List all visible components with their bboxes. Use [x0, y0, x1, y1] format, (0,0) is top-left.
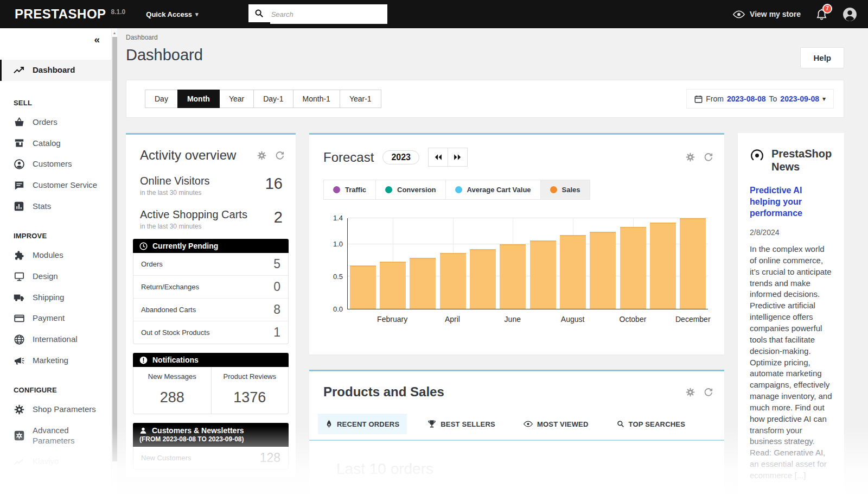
range-day-button[interactable]: Day	[145, 90, 178, 108]
panel-title: Forecast	[323, 150, 374, 165]
legend-label: Sales	[562, 186, 580, 194]
chat-bubble-icon	[14, 181, 24, 190]
news-article-link[interactable]: Predictive AI helping your performance	[750, 185, 833, 219]
legend-label: Conversion	[397, 186, 436, 194]
sidebar-item-dashboard[interactable]: Dashboard	[0, 60, 117, 81]
sidebar-item-customer-service[interactable]: Customer Service	[0, 175, 117, 196]
sidebar-item-advanced-parameters[interactable]: Advanced Parameters	[0, 420, 117, 452]
sidebar-item-modules[interactable]: Modules	[0, 245, 117, 266]
row-value: 5	[273, 257, 280, 271]
dashboard-panels: Activity overview Online Visitors in the…	[126, 133, 844, 494]
calendar-icon	[694, 95, 703, 103]
range-month-1-button[interactable]: Month-1	[293, 90, 340, 108]
main-content: Dashboard Dashboard Help Day Month Year …	[117, 28, 868, 494]
date-range-picker[interactable]: From 2023-08-08 To 2023-09-08 ▾	[686, 89, 834, 109]
search-button[interactable]	[248, 4, 270, 24]
pen-nib-icon	[326, 420, 333, 428]
legend-traffic-button[interactable]: Traffic	[324, 180, 376, 199]
sidebar-item-shipping[interactable]: Shipping	[0, 287, 117, 308]
sidebar-item-design[interactable]: Design	[0, 266, 117, 287]
products-and-sales-panel: Products and Sales	[309, 370, 724, 494]
y-tick-label: 1.4	[323, 214, 343, 222]
forecast-bar-chart: 0.00.51.01.4 FebruaryAprilJuneAugustOcto…	[323, 216, 710, 324]
sidebar-item-shop-parameters[interactable]: Shop Parameters	[0, 399, 117, 420]
new-messages-cell[interactable]: New Messages 288	[133, 367, 211, 414]
list-item[interactable]: Out of Stock Products 1	[133, 321, 288, 344]
metric-sub: in the last 30 minutes	[140, 223, 247, 230]
legend-average-cart-value-button[interactable]: Average Cart Value	[446, 180, 541, 199]
legend-conversion-button[interactable]: Conversion	[376, 180, 446, 199]
sidebar-item-stats[interactable]: Stats	[0, 196, 117, 217]
sidebar: « Dashboard SELL Orders Catalog	[0, 28, 117, 494]
version-label: 8.1.0	[111, 8, 126, 16]
x-tick-label: February	[377, 315, 407, 324]
trending-up-icon	[14, 66, 24, 74]
person-icon	[139, 427, 147, 434]
sidebar-item-catalog[interactable]: Catalog	[0, 133, 117, 154]
tab-top-searches[interactable]: TOP SEARCHES	[609, 414, 693, 434]
sidebar-item-international[interactable]: International	[0, 329, 117, 350]
refresh-icon[interactable]	[275, 151, 285, 160]
range-year-button[interactable]: Year	[219, 90, 254, 108]
notifications-button[interactable]: 7	[816, 8, 827, 21]
products-sales-tabs: RECENT ORDERS BEST SELLERS	[318, 414, 724, 434]
product-reviews-cell[interactable]: Product Reviews 1376	[211, 367, 289, 414]
page-title: Dashboard	[126, 46, 203, 64]
double-chevron-left-icon	[434, 154, 442, 161]
tab-best-sellers[interactable]: BEST SELLERS	[420, 414, 503, 434]
sidebar-item-marketing[interactable]: Marketing	[0, 350, 117, 371]
sidebar-item-customers[interactable]: Customers	[0, 154, 117, 175]
sidebar-item-label: Modules	[33, 250, 63, 261]
next-year-button[interactable]	[448, 148, 468, 167]
scrollbar-thumb[interactable]	[112, 37, 117, 461]
online-visitors-metric: Online Visitors in the last 30 minutes 1…	[126, 175, 296, 197]
prestashop-news-panel: PrestaShop News Predictive AI helping yo…	[738, 133, 844, 492]
search-input[interactable]	[270, 4, 387, 24]
range-day-1-button[interactable]: Day-1	[253, 90, 293, 108]
topbar-right-cluster: View my store 7	[733, 7, 857, 22]
sidebar-menu: Dashboard SELL Orders Catalog Customers	[0, 60, 117, 472]
previous-year-button[interactable]	[428, 148, 448, 167]
list-item[interactable]: Abandoned Carts 8	[133, 298, 288, 321]
view-my-store-link[interactable]: View my store	[733, 10, 801, 18]
to-date: 2023-09-08	[780, 94, 819, 103]
profile-button[interactable]	[843, 7, 857, 22]
legend-label: Traffic	[345, 186, 366, 194]
list-item[interactable]: New Customers 128	[133, 447, 288, 469]
list-item[interactable]: Return/Exchanges 0	[133, 275, 288, 298]
last-10-orders-heading: Last 10 orders	[309, 441, 724, 478]
y-tick-label: 1.0	[323, 240, 343, 248]
refresh-icon[interactable]	[703, 388, 713, 397]
legend-sales-button[interactable]: Sales	[541, 180, 590, 199]
refresh-icon[interactable]	[703, 153, 713, 162]
bar-October	[620, 227, 646, 309]
sidebar-scrollbar[interactable]: ▲	[111, 29, 117, 494]
tab-recent-orders[interactable]: RECENT ORDERS	[318, 414, 407, 434]
sidebar-collapse-button[interactable]: «	[94, 34, 100, 46]
quick-access-menu[interactable]: Quick Access ▾	[146, 10, 198, 18]
sidebar-item-label: Design	[33, 271, 58, 282]
sidebar-item-label: Shipping	[33, 293, 64, 303]
gear-icon	[14, 404, 24, 415]
scrollbar-up-arrow[interactable]: ▲	[112, 29, 117, 35]
sidebar-item-payment[interactable]: Payment	[0, 308, 117, 329]
traffic-dot-icon	[333, 186, 340, 193]
settings-gear-icon[interactable]	[686, 153, 695, 162]
sidebar-item-klaviyo[interactable]: Klaviyo	[0, 451, 117, 472]
settings-gear-icon[interactable]	[257, 151, 266, 160]
range-month-button[interactable]: Month	[177, 90, 220, 108]
row-label: Orders	[141, 260, 163, 268]
help-button[interactable]: Help	[800, 47, 844, 68]
tab-most-viewed[interactable]: MOST VIEWED	[516, 414, 596, 434]
sidebar-section-sell: SELL	[0, 84, 117, 112]
row-value: 0	[273, 280, 280, 294]
settings-gear-icon[interactable]	[686, 388, 695, 397]
eye-icon	[733, 10, 745, 18]
list-item[interactable]: Orders 5	[133, 253, 288, 275]
range-year-1-button[interactable]: Year-1	[340, 90, 381, 108]
sales-dot-icon	[550, 186, 557, 193]
panel-title: Products and Sales	[323, 384, 444, 400]
sidebar-item-orders[interactable]: Orders	[0, 112, 117, 133]
store-icon	[14, 138, 24, 148]
customers-newsletters-header: Customers & Newsletters (FROM 2023-08-08…	[133, 423, 289, 447]
